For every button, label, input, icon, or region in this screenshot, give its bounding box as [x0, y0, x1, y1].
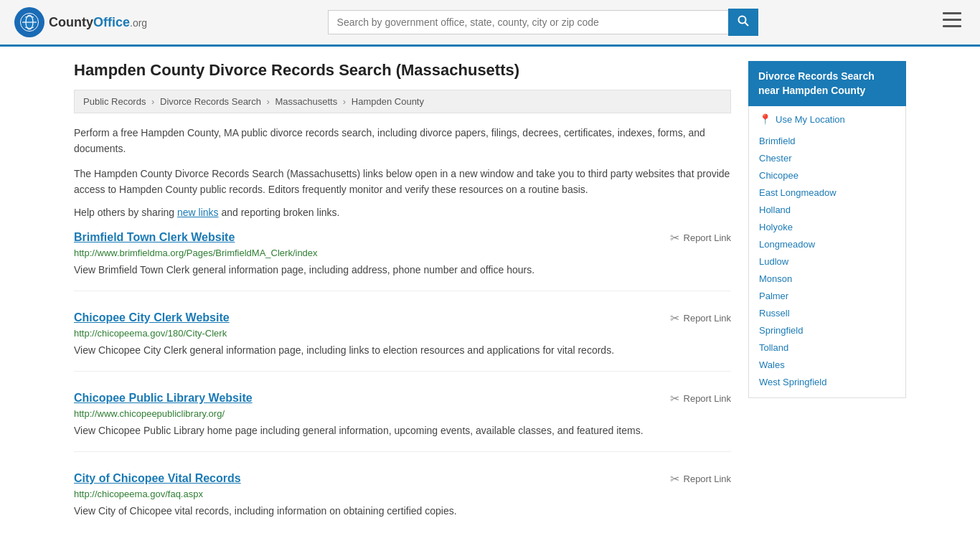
- result-header: Brimfield Town Clerk Website ✂ Report Li…: [74, 231, 731, 245]
- result-title[interactable]: City of Chicopee Vital Records: [74, 472, 241, 485]
- breadcrumb-hampden-county[interactable]: Hampden County: [352, 96, 424, 107]
- description-2: The Hampden County Divorce Records Searc…: [74, 166, 731, 198]
- result-url-4[interactable]: http://chicopeema.gov/faq.aspx: [74, 489, 731, 499]
- result-item: Chicopee Public Library Website ✂ Report…: [74, 392, 731, 452]
- result-url-2[interactable]: http://chicopeema.gov/180/City-Clerk: [74, 328, 731, 339]
- result-desc-2: View Chicopee City Clerk general informa…: [74, 343, 731, 358]
- logo-text: CountyOffice.org: [49, 15, 147, 30]
- menu-button[interactable]: [938, 8, 966, 37]
- sidebar-content: 📍 Use My Location Brimfield Chester Chic…: [748, 106, 906, 398]
- new-links-link[interactable]: new links: [177, 207, 219, 218]
- sidebar-link-springfield[interactable]: Springfield: [759, 325, 803, 336]
- list-item: Ludlow: [759, 253, 895, 270]
- main-container: Hampden County Divorce Records Search (M…: [60, 47, 920, 551]
- list-item: Brimfield: [759, 132, 895, 149]
- result-title[interactable]: Chicopee City Clerk Website: [74, 311, 230, 324]
- breadcrumb-massachusetts[interactable]: Massachusetts: [275, 96, 338, 107]
- list-item: Wales: [759, 356, 895, 373]
- sidebar-link-chester[interactable]: Chester: [759, 153, 792, 164]
- report-icon: ✂: [670, 231, 679, 245]
- description-1: Perform a free Hampden County, MA public…: [74, 125, 731, 157]
- list-item: Springfield: [759, 321, 895, 339]
- result-url-3[interactable]: http://www.chicopeepubliclibrary.org/: [74, 408, 731, 419]
- use-location-label: Use My Location: [776, 114, 845, 125]
- sidebar-link-monson[interactable]: Monson: [759, 273, 792, 284]
- list-item: Monson: [759, 270, 895, 287]
- sidebar-title: Divorce Records Search near Hampden Coun…: [748, 61, 906, 106]
- logo-area: CountyOffice.org: [14, 7, 147, 37]
- sidebar-link-chicopee[interactable]: Chicopee: [759, 170, 798, 181]
- result-header: City of Chicopee Vital Records ✂ Report …: [74, 472, 731, 486]
- use-location-button[interactable]: 📍 Use My Location: [759, 113, 895, 125]
- list-item: Holyoke: [759, 218, 895, 235]
- result-title[interactable]: Brimfield Town Clerk Website: [74, 231, 235, 244]
- report-link-3[interactable]: ✂ Report Link: [670, 392, 731, 405]
- list-item: Palmer: [759, 287, 895, 304]
- svg-rect-9: [943, 25, 961, 27]
- list-item: Russell: [759, 304, 895, 321]
- result-header: Chicopee Public Library Website ✂ Report…: [74, 392, 731, 405]
- search-area: [328, 9, 758, 36]
- sidebar-link-wales[interactable]: Wales: [759, 359, 785, 370]
- report-icon: ✂: [670, 392, 679, 405]
- sidebar-link-ludlow[interactable]: Ludlow: [759, 256, 788, 267]
- breadcrumb: Public Records › Divorce Records Search …: [74, 90, 731, 113]
- report-icon: ✂: [670, 311, 679, 325]
- sidebar-link-brimfield[interactable]: Brimfield: [759, 136, 796, 146]
- results-list: Brimfield Town Clerk Website ✂ Report Li…: [74, 231, 731, 532]
- breadcrumb-divorce-records[interactable]: Divorce Records Search: [160, 96, 261, 107]
- logo-icon: [14, 7, 44, 37]
- location-icon: 📍: [759, 113, 771, 125]
- result-desc-1: View Brimfield Town Clerk general inform…: [74, 263, 731, 278]
- result-title[interactable]: Chicopee Public Library Website: [74, 392, 253, 405]
- svg-line-6: [745, 23, 748, 27]
- sidebar-link-east-longmeadow[interactable]: East Longmeadow: [759, 187, 837, 198]
- sidebar-link-tolland[interactable]: Tolland: [759, 342, 788, 353]
- site-header: CountyOffice.org: [0, 0, 980, 47]
- breadcrumb-public-records[interactable]: Public Records: [83, 96, 146, 107]
- search-input[interactable]: [328, 10, 728, 34]
- list-item: East Longmeadow: [759, 184, 895, 201]
- list-item: West Springfield: [759, 373, 895, 390]
- list-item: Chicopee: [759, 166, 895, 184]
- page-title: Hampden County Divorce Records Search (M…: [74, 61, 731, 80]
- result-desc-4: View City of Chicopee vital records, inc…: [74, 504, 731, 519]
- sidebar-links: Brimfield Chester Chicopee East Longmead…: [759, 132, 895, 390]
- list-item: Tolland: [759, 339, 895, 356]
- sidebar-link-west-springfield[interactable]: West Springfield: [759, 377, 826, 387]
- sidebar-link-palmer[interactable]: Palmer: [759, 291, 788, 301]
- result-url-1[interactable]: http://www.brimfieldma.org/Pages/Brimfie…: [74, 248, 731, 258]
- content-area: Hampden County Divorce Records Search (M…: [74, 61, 731, 551]
- search-button[interactable]: [728, 9, 758, 36]
- list-item: Longmeadow: [759, 235, 895, 253]
- result-header: Chicopee City Clerk Website ✂ Report Lin…: [74, 311, 731, 325]
- svg-rect-8: [943, 19, 961, 21]
- sidebar-link-holland[interactable]: Holland: [759, 204, 791, 215]
- svg-point-5: [738, 17, 745, 24]
- result-item: City of Chicopee Vital Records ✂ Report …: [74, 472, 731, 532]
- share-text: Help others by sharing new links and rep…: [74, 207, 731, 218]
- list-item: Holland: [759, 201, 895, 218]
- report-link-4[interactable]: ✂ Report Link: [670, 472, 731, 486]
- report-icon: ✂: [670, 472, 679, 486]
- result-desc-3: View Chicopee Public Library home page i…: [74, 423, 731, 438]
- result-item: Chicopee City Clerk Website ✂ Report Lin…: [74, 311, 731, 372]
- report-link-1[interactable]: ✂ Report Link: [670, 231, 731, 245]
- sidebar-link-longmeadow[interactable]: Longmeadow: [759, 239, 815, 250]
- result-item: Brimfield Town Clerk Website ✂ Report Li…: [74, 231, 731, 291]
- list-item: Chester: [759, 149, 895, 166]
- sidebar: Divorce Records Search near Hampden Coun…: [748, 61, 906, 551]
- svg-rect-7: [943, 12, 961, 14]
- report-link-2[interactable]: ✂ Report Link: [670, 311, 731, 325]
- sidebar-link-holyoke[interactable]: Holyoke: [759, 222, 793, 232]
- sidebar-link-russell[interactable]: Russell: [759, 308, 790, 319]
